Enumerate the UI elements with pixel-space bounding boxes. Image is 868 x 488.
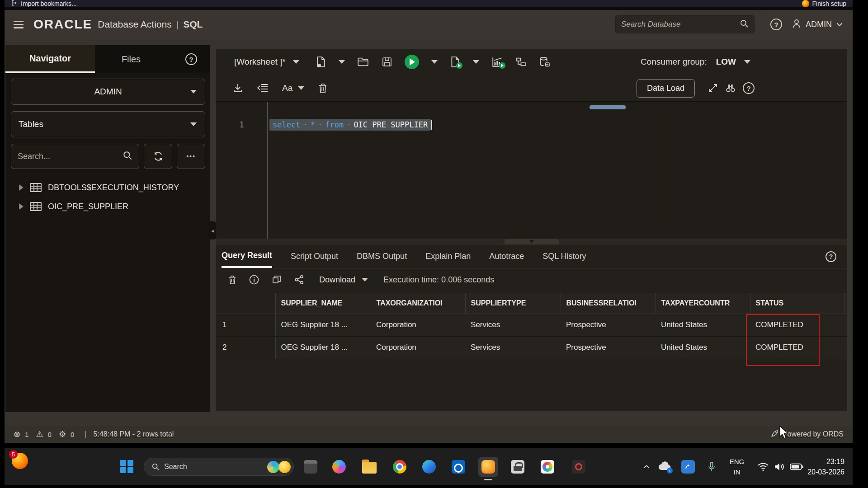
refresh-button[interactable]: [144, 144, 172, 169]
share-results-button[interactable]: [294, 274, 305, 285]
panel-splitter[interactable]: [216, 239, 847, 245]
col-header-businessrelation[interactable]: BUSINESSRELATIOI: [561, 293, 656, 314]
format-code-button[interactable]: [257, 83, 269, 93]
more-options-button[interactable]: •••: [177, 144, 205, 169]
expand-arrow-icon[interactable]: [19, 203, 24, 210]
user-menu[interactable]: ADMIN: [791, 18, 844, 31]
worksheet-title-dropdown[interactable]: [Worksheet ]*: [234, 57, 299, 67]
copy-results-button[interactable]: [271, 274, 282, 285]
expand-editor-button[interactable]: [708, 83, 718, 94]
data-load-button[interactable]: Data Load: [637, 79, 695, 98]
code-line-1[interactable]: 1 select·*·from·OIC_PRE_SUPPLIER: [216, 119, 847, 131]
database-search-input[interactable]: [621, 20, 740, 29]
new-worksheet-caret[interactable]: [339, 60, 345, 64]
tab-script-output[interactable]: Script Output: [291, 245, 338, 268]
taskbar-app-acrobat[interactable]: [571, 460, 586, 474]
tab-navigator[interactable]: Navigator: [5, 45, 95, 73]
tasks-gear-icon[interactable]: ⚙: [59, 430, 66, 438]
sidebar-collapse-handle[interactable]: ◂: [209, 221, 216, 239]
editor-scrollbar-thumb[interactable]: [590, 105, 626, 109]
header-help-icon[interactable]: ?: [770, 19, 782, 30]
row-number[interactable]: 2: [217, 336, 275, 359]
col-header-suppliertype[interactable]: SUPPLIERTYPE: [465, 293, 561, 314]
save-button[interactable]: [382, 56, 392, 67]
col-header-taxorganization[interactable]: TAXORGANIZATIOI: [371, 293, 465, 314]
cell-supplier-name[interactable]: OEG Supplier 18 ...: [275, 336, 371, 359]
taskbar-app-widgets[interactable]: [303, 460, 318, 474]
worksheet-help-icon[interactable]: ?: [743, 82, 755, 94]
tray-battery[interactable]: [789, 460, 804, 474]
table-row[interactable]: 1 OEG Supplier 18 ... Corporation Servic…: [217, 314, 847, 336]
open-file-button[interactable]: [357, 56, 369, 67]
col-header-status[interactable]: STATUS: [750, 293, 844, 314]
download-dropdown[interactable]: Download: [319, 275, 368, 285]
run-caret[interactable]: [431, 60, 438, 64]
tray-chevron-up[interactable]: [639, 460, 654, 474]
result-summary-link[interactable]: 5:48:48 PM - 2 rows total: [94, 430, 174, 438]
find-replace-button[interactable]: [725, 83, 736, 94]
cell-supplier-name[interactable]: OEG Supplier 18 ...: [275, 314, 371, 336]
cell-business-relation[interactable]: Prospective: [561, 336, 656, 359]
firefox-notification-icon[interactable]: 5: [12, 453, 28, 469]
database-actions-button[interactable]: [539, 56, 550, 68]
run-script-caret[interactable]: [473, 60, 479, 64]
tray-microphone[interactable]: [704, 460, 719, 474]
tray-clock[interactable]: 23:19 20-03-2026: [807, 456, 844, 477]
expand-arrow-icon[interactable]: [19, 184, 24, 191]
cell-status[interactable]: COMPLETED: [750, 336, 844, 359]
run-script-button[interactable]: [450, 56, 461, 68]
import-bookmarks-button[interactable]: Import bookmarks...: [11, 0, 77, 8]
consumer-group-value[interactable]: LOW: [716, 57, 736, 67]
tray-volume[interactable]: [772, 460, 787, 474]
cell-tax-organization[interactable]: Corporation: [371, 314, 465, 336]
cell-taxpayer-country[interactable]: United States: [656, 314, 750, 336]
letter-case-button[interactable]: Aa: [282, 83, 304, 93]
tray-onedrive[interactable]: i: [657, 460, 672, 474]
autotrace-chart-button[interactable]: [491, 56, 503, 67]
tray-phone-link[interactable]: [681, 460, 695, 474]
schema-select[interactable]: ADMIN: [11, 79, 205, 105]
cell-tax-organization[interactable]: Corporation: [371, 336, 465, 359]
explain-plan-button[interactable]: [515, 56, 527, 67]
start-button[interactable]: [120, 460, 134, 474]
clear-editor-button[interactable]: [318, 83, 328, 94]
taskbar-app-photos[interactable]: [540, 460, 555, 474]
row-number[interactable]: 1: [217, 314, 275, 336]
splitter-grip[interactable]: [505, 239, 559, 244]
new-worksheet-button[interactable]: [316, 56, 326, 68]
cell-taxpayer-country[interactable]: United States: [656, 336, 750, 359]
table-row[interactable]: 2 OEG Supplier 18 ... Corporation Servic…: [217, 336, 847, 359]
download-editor-button[interactable]: [232, 83, 243, 94]
tab-explain-plan[interactable]: Explain Plan: [425, 245, 471, 268]
taskbar-app-outlook[interactable]: [451, 460, 466, 474]
tray-wifi[interactable]: [756, 460, 770, 474]
tab-files[interactable]: Files: [95, 45, 167, 73]
taskbar-app-active[interactable]: [478, 457, 498, 477]
weather-icon[interactable]: [278, 461, 291, 473]
database-search-box[interactable]: [615, 15, 755, 33]
finish-setup-button[interactable]: Finish setup: [802, 0, 846, 7]
consumer-group-caret[interactable]: [744, 60, 750, 64]
sql-editor[interactable]: 1 select·*·from·OIC_PRE_SUPPLIER: [216, 101, 847, 239]
tree-search-input[interactable]: [18, 152, 123, 161]
warnings-icon[interactable]: ⚠: [36, 430, 43, 438]
tree-search-box[interactable]: [11, 144, 139, 169]
hamburger-menu-button[interactable]: [14, 21, 24, 28]
row-number-header[interactable]: [217, 293, 275, 314]
cell-status[interactable]: COMPLETED: [750, 314, 844, 336]
taskbar-search[interactable]: Search: [144, 458, 294, 476]
powered-by-ords-link[interactable]: Powered by ORDS: [783, 430, 844, 438]
search-highlight-icon[interactable]: [267, 461, 279, 473]
tab-autotrace[interactable]: Autotrace: [489, 245, 524, 268]
tree-item-dbtools-execution-history[interactable]: DBTOOLS$EXECUTION_HISTORY: [11, 178, 205, 197]
clear-results-button[interactable]: [228, 275, 237, 285]
taskbar-app-copilot[interactable]: [332, 460, 346, 474]
taskbar-app-file-explorer[interactable]: [362, 460, 377, 474]
results-help-icon[interactable]: ?: [826, 251, 836, 262]
tray-language-switcher[interactable]: ENG IN: [724, 456, 750, 477]
cell-supplier-type[interactable]: Services: [465, 336, 561, 359]
col-header-taxpayercountry[interactable]: TAXPAYERCOUNTR: [656, 293, 750, 314]
tab-sql-history[interactable]: SQL History: [542, 245, 586, 268]
taskbar-app-password-manager[interactable]: [510, 460, 525, 474]
tab-query-result[interactable]: Query Result: [222, 245, 272, 268]
